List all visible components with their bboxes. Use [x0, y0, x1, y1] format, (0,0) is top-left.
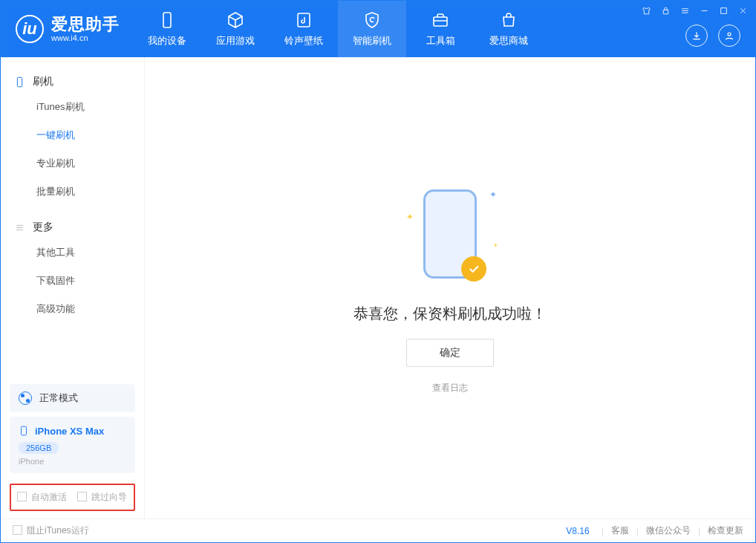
ok-button[interactable]: 确定 — [406, 339, 494, 367]
svg-rect-4 — [720, 7, 726, 13]
checkbox-block-itunes[interactable]: 阻止iTunes运行 — [13, 524, 89, 537]
menu-icon[interactable] — [680, 5, 690, 16]
mode-indicator[interactable]: 正常模式 — [10, 384, 135, 412]
svg-rect-2 — [434, 17, 447, 26]
tab-label: 爱思商城 — [489, 34, 528, 48]
svg-rect-7 — [22, 426, 27, 435]
flash-options-box: 自动激活 跳过向导 — [10, 484, 135, 511]
sidebar-item-other-tools[interactable]: 其他工具 — [1, 238, 144, 267]
app-url: www.i4.cn — [51, 33, 120, 42]
header: iu 爱思助手 www.i4.cn 我的设备 应用游戏 铃声壁纸 智能刷机 — [1, 1, 755, 57]
sidebar-item-oneclick-flash[interactable]: 一键刷机 — [1, 121, 144, 149]
app-window: iu 爱思助手 www.i4.cn 我的设备 应用游戏 铃声壁纸 智能刷机 — [0, 0, 756, 543]
sidebar-item-batch-flash[interactable]: 批量刷机 — [1, 178, 144, 206]
tab-smart-flash[interactable]: 智能刷机 — [338, 1, 406, 57]
tab-my-device[interactable]: 我的设备 — [133, 1, 201, 57]
main-tabs: 我的设备 应用游戏 铃声壁纸 智能刷机 工具箱 爱思商城 — [133, 1, 543, 57]
music-note-icon — [294, 10, 313, 30]
storage-badge: 256GB — [19, 442, 59, 454]
section-title: 更多 — [33, 221, 53, 234]
sidebar-section-more: 更多 — [1, 216, 144, 238]
mode-label: 正常模式 — [39, 391, 78, 405]
success-illustration: ✦ ✦ ✦ — [417, 182, 483, 286]
tab-label: 智能刷机 — [353, 34, 391, 48]
tab-label: 铃声壁纸 — [284, 34, 323, 48]
app-name: 爱思助手 — [51, 16, 120, 33]
maximize-icon[interactable] — [718, 5, 729, 16]
toolbox-icon — [431, 10, 450, 30]
sparkle-icon: ✦ — [406, 212, 414, 222]
device-name: iPhone XS Max — [35, 426, 104, 437]
success-message: 恭喜您，保资料刷机成功啦！ — [353, 304, 547, 324]
sidebar-item-itunes-flash[interactable]: iTunes刷机 — [1, 93, 144, 121]
sidebar-item-advanced[interactable]: 高级功能 — [1, 295, 144, 323]
wechat-link[interactable]: 微信公众号 — [646, 524, 691, 537]
tab-label: 我的设备 — [148, 34, 186, 48]
lock-icon[interactable] — [660, 5, 671, 16]
tab-toolbox[interactable]: 工具箱 — [406, 1, 475, 57]
sidebar-section-flash: 刷机 — [1, 71, 144, 93]
svg-rect-3 — [663, 10, 668, 13]
footer: 阻止iTunes运行 V8.16 | 客服 | 微信公众号 | 检查更新 — [1, 518, 755, 542]
tab-label: 应用游戏 — [216, 34, 255, 48]
svg-point-5 — [728, 33, 731, 36]
phone-icon — [157, 10, 177, 30]
mode-icon — [19, 391, 32, 405]
download-button[interactable] — [685, 25, 708, 47]
sparkle-icon: ✦ — [489, 189, 497, 200]
sidebar-item-pro-flash[interactable]: 专业刷机 — [1, 149, 144, 178]
tab-ringtone-wallpaper[interactable]: 铃声壁纸 — [270, 1, 338, 57]
device-icon — [14, 77, 25, 88]
support-link[interactable]: 客服 — [611, 524, 629, 537]
bag-icon — [499, 10, 518, 30]
list-icon — [14, 222, 25, 233]
section-title: 刷机 — [33, 75, 53, 88]
svg-rect-6 — [17, 77, 22, 87]
checkbox-skip-guide[interactable]: 跳过向导 — [77, 491, 127, 504]
user-button[interactable] — [718, 25, 740, 47]
tab-label: 工具箱 — [426, 34, 455, 48]
logo: iu 爱思助手 www.i4.cn — [1, 1, 133, 57]
device-card[interactable]: iPhone XS Max 256GB iPhone — [10, 417, 135, 473]
check-update-link[interactable]: 检查更新 — [708, 524, 743, 537]
version-label: V8.16 — [566, 526, 589, 536]
svg-rect-0 — [163, 13, 171, 27]
view-log-link[interactable]: 查看日志 — [432, 382, 468, 394]
body: 刷机 iTunes刷机 一键刷机 专业刷机 批量刷机 更多 其他工具 下载固件 … — [1, 57, 755, 518]
tab-apps-games[interactable]: 应用游戏 — [201, 1, 270, 57]
check-badge-icon — [461, 256, 486, 282]
phone-small-icon — [19, 424, 29, 438]
sparkle-icon: ✦ — [493, 242, 498, 249]
close-icon[interactable] — [737, 5, 748, 16]
checkbox-auto-activate[interactable]: 自动激活 — [17, 491, 67, 504]
header-actions — [685, 25, 740, 47]
window-controls — [641, 5, 748, 16]
main-content: ✦ ✦ ✦ 恭喜您，保资料刷机成功啦！ 确定 查看日志 — [145, 57, 755, 518]
tab-store[interactable]: 爱思商城 — [475, 1, 543, 57]
sidebar-item-download-firmware[interactable]: 下载固件 — [1, 267, 144, 295]
minimize-icon[interactable] — [699, 5, 709, 16]
svg-rect-1 — [298, 13, 310, 27]
shield-refresh-icon — [362, 10, 382, 30]
device-type: iPhone — [19, 457, 126, 466]
logo-icon: iu — [16, 15, 44, 43]
cube-icon — [226, 10, 245, 30]
tshirt-icon[interactable] — [641, 5, 651, 16]
sidebar: 刷机 iTunes刷机 一键刷机 专业刷机 批量刷机 更多 其他工具 下载固件 … — [1, 57, 145, 518]
